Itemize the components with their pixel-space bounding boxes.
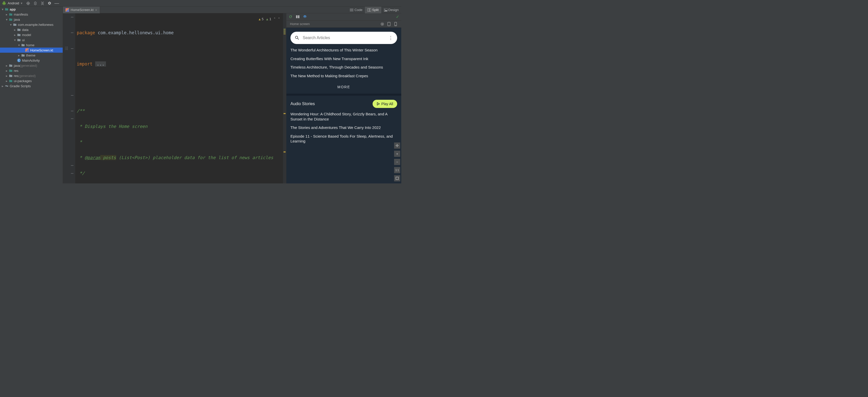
project-tree[interactable]: ▾app ▸manifests▾java▾com.example.hellone… — [0, 7, 63, 184]
fold-marker-icon[interactable] — [71, 111, 73, 111]
module-icon — [5, 7, 9, 11]
fold-marker-icon[interactable] — [71, 95, 73, 96]
editor-tab[interactable]: HomeScreen.kt × — [63, 7, 100, 13]
folder-icon — [9, 18, 13, 22]
editor-gutter[interactable] — [63, 13, 75, 184]
view-mode-split[interactable]: Split — [365, 7, 381, 13]
more-vert-icon[interactable]: ⋮ — [389, 35, 393, 41]
list-icon — [350, 8, 353, 11]
pan-icon[interactable] — [394, 142, 400, 148]
tree-label: com.example.hellonews — [18, 23, 54, 27]
project-toolbar: Android ▾ — — [0, 0, 401, 7]
code-editor[interactable]: ▲5 ▲1 ˄ ˅ package com.example.hellonews.… — [75, 13, 283, 184]
deploy-preview-icon[interactable] — [387, 22, 391, 26]
folder-icon — [9, 12, 13, 16]
fold-marker-icon[interactable] — [71, 173, 73, 174]
tree-twisty-icon[interactable]: ▾ — [1, 7, 5, 11]
chevron-up-icon[interactable]: ˄ — [274, 15, 276, 23]
tree-node[interactable]: ▾ui — [0, 37, 63, 42]
svg-rect-29 — [296, 15, 297, 18]
more-button[interactable]: MORE — [290, 85, 397, 89]
inspection-summary[interactable]: ▲5 ▲1 ˄ ˅ — [259, 15, 280, 23]
animation-icon[interactable] — [380, 22, 384, 26]
check-icon: ✓ — [396, 14, 399, 19]
fit-screen-button[interactable] — [394, 175, 400, 181]
view-mode-code[interactable]: Code — [347, 7, 365, 13]
audio-item[interactable]: The Stories and Adventures That We Carry… — [290, 125, 397, 130]
folder-icon — [9, 63, 13, 68]
minimize-icon[interactable]: — — [55, 1, 59, 5]
tree-twisty-icon[interactable]: ▾ — [5, 18, 9, 22]
close-icon[interactable]: × — [95, 8, 97, 12]
tree-twisty-icon[interactable]: ▸ — [17, 54, 21, 57]
svg-rect-30 — [298, 15, 300, 18]
project-view-selector[interactable]: Android ▾ — [2, 1, 23, 5]
tree-node[interactable]: ▸model — [0, 32, 63, 37]
tree-twisty-icon[interactable]: ▸ — [5, 74, 9, 78]
structure-icon[interactable] — [64, 46, 69, 51]
search-input[interactable] — [303, 36, 385, 40]
tree-twisty-icon[interactable]: ▸ — [13, 33, 17, 37]
article-item[interactable]: The New Method to Making Breakfast Crepe… — [290, 73, 397, 78]
tree-label: manifests — [14, 12, 28, 16]
tree-twisty-icon[interactable]: ▸ — [5, 79, 9, 83]
fold-marker-icon[interactable] — [71, 17, 73, 18]
expand-all-icon[interactable] — [33, 1, 37, 5]
tree-label: HomeScreen.kt — [30, 48, 53, 52]
refresh-icon[interactable] — [288, 15, 292, 19]
tree-node[interactable]: ▾home — [0, 42, 63, 47]
tree-twisty-icon[interactable]: ▸ — [5, 69, 9, 73]
tree-twisty-icon[interactable]: ▸ — [13, 28, 17, 32]
tree-node-gradle[interactable]: Gradle Scripts — [10, 84, 31, 88]
tree-node[interactable]: ▸res — [0, 68, 63, 73]
tree-twisty-icon[interactable]: ▸ — [1, 84, 5, 88]
collapse-all-icon[interactable] — [40, 1, 44, 5]
tree-node[interactable]: ▾java — [0, 17, 63, 22]
tree-node[interactable]: ▸ui-packages — [0, 78, 63, 84]
tree-node[interactable]: ▾com.example.hellonews — [0, 22, 63, 27]
tree-node[interactable]: CMainActivity — [0, 58, 63, 63]
tree-twisty-icon[interactable]: ▾ — [9, 23, 13, 27]
tree-label: java — [14, 18, 20, 22]
section-divider — [286, 94, 401, 96]
play-all-button[interactable]: Play All — [373, 100, 397, 108]
tree-node[interactable]: ▸manifests — [0, 12, 63, 17]
fold-marker-icon[interactable] — [71, 48, 73, 49]
fold-marker-icon[interactable] — [71, 32, 73, 33]
audio-item[interactable]: Episode 11 - Science Based Tools For Sle… — [290, 134, 397, 144]
layers-icon[interactable] — [303, 15, 307, 19]
fold-marker-icon[interactable] — [71, 165, 73, 166]
tree-twisty-icon[interactable]: ▾ — [13, 38, 17, 42]
class-icon: C — [17, 58, 21, 62]
gear-icon[interactable] — [48, 1, 52, 5]
tree-twisty-icon[interactable]: ▸ — [5, 64, 9, 68]
error-stripe[interactable] — [283, 13, 286, 184]
image-icon — [384, 8, 388, 11]
article-item[interactable]: Creating Butterflies With New Transparen… — [290, 56, 397, 61]
phone-icon[interactable] — [394, 22, 398, 26]
tree-node[interactable]: ▸theme — [0, 53, 63, 58]
tree-node-app[interactable]: app — [10, 7, 16, 11]
folder-icon — [13, 23, 17, 27]
kotlin-file-icon — [65, 8, 69, 12]
audio-item[interactable]: Wondering Hour: A Childhood Story, Grizz… — [290, 111, 397, 122]
zoom-in-button[interactable]: + — [394, 151, 400, 157]
target-icon[interactable] — [26, 1, 30, 5]
view-mode-design[interactable]: Design — [381, 7, 401, 13]
article-item[interactable]: Timeless Architecture, Through Decades a… — [290, 65, 397, 70]
tree-node[interactable]: ▸res (generated) — [0, 73, 63, 78]
zoom-out-button[interactable]: − — [394, 159, 400, 165]
svg-point-1 — [28, 3, 28, 4]
chevron-down-icon[interactable]: ˅ — [278, 15, 280, 23]
tree-node[interactable]: ▸data — [0, 27, 63, 32]
compose-preview-surface[interactable]: ⋮ The Wonderful Architectures of This Wi… — [286, 28, 401, 184]
tree-twisty-icon[interactable]: ▸ — [5, 12, 9, 16]
tree-node[interactable]: ▸java (generated) — [0, 63, 63, 68]
fold-marker-icon[interactable] — [71, 119, 73, 119]
interactive-preview-icon[interactable] — [296, 15, 300, 19]
search-bar[interactable]: ⋮ — [290, 32, 397, 44]
tree-node[interactable]: HomeScreen.kt — [0, 47, 63, 53]
article-item[interactable]: The Wonderful Architectures of This Wint… — [290, 47, 397, 53]
tree-twisty-icon[interactable]: ▾ — [17, 43, 21, 47]
zoom-reset-button[interactable]: 1:1 — [394, 167, 400, 173]
